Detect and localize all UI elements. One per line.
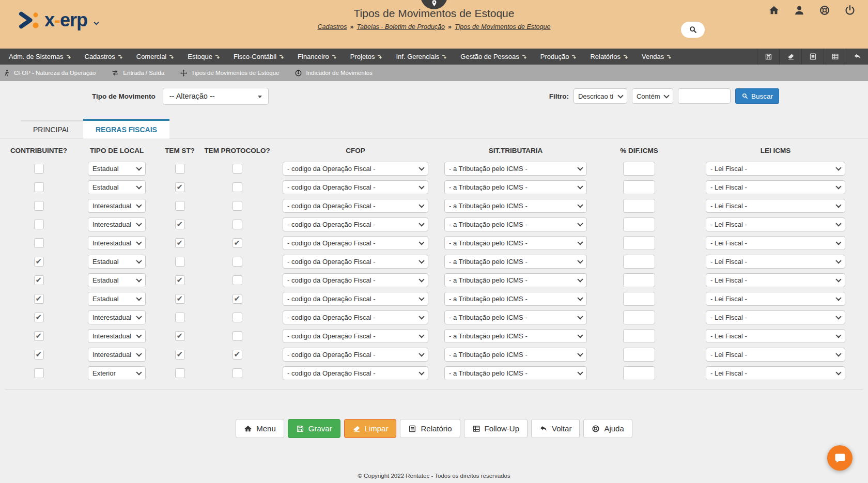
filter-field-select[interactable]: Descricao ti: [574, 88, 627, 104]
contribuinte-checkbox[interactable]: [34, 220, 44, 229]
tipo-de-local-select[interactable]: Estadual: [88, 273, 146, 287]
sit-tributaria-select[interactable]: - a Tributação pelo ICMS -: [444, 199, 587, 213]
dif-icms-input[interactable]: [623, 162, 655, 176]
tem-protocolo-checkbox[interactable]: [233, 294, 242, 304]
home-icon[interactable]: [768, 5, 780, 16]
tem-st-checkbox[interactable]: [175, 220, 185, 229]
cfop-select[interactable]: - codigo da Operação Fiscal -: [283, 255, 428, 269]
lei-icms-select[interactable]: - Lei Fiscal -: [706, 310, 845, 324]
tem-protocolo-checkbox[interactable]: [233, 331, 242, 341]
tab-principal[interactable]: PRINCIPAL: [21, 120, 83, 138]
relatorio-button[interactable]: Relatório: [400, 419, 460, 438]
cfop-select[interactable]: - codigo da Operação Fiscal -: [283, 329, 428, 343]
dif-icms-input[interactable]: [623, 292, 655, 306]
dif-icms-input[interactable]: [623, 180, 655, 194]
cfop-select[interactable]: - codigo da Operação Fiscal -: [283, 199, 428, 213]
search-button[interactable]: [681, 22, 705, 38]
contribuinte-checkbox[interactable]: [34, 201, 44, 211]
tem-st-checkbox[interactable]: [175, 257, 185, 267]
menubar-item-relatorios[interactable]: Relatórios: [583, 49, 635, 65]
menubar-item-gestao-de-pessoas[interactable]: Gestão de Pessoas: [454, 49, 533, 65]
tipo-movimento-select[interactable]: -- Alteração --: [163, 88, 269, 105]
contribuinte-checkbox[interactable]: [34, 182, 44, 192]
tem-protocolo-checkbox[interactable]: [233, 257, 242, 267]
lei-icms-select[interactable]: - Lei Fiscal -: [706, 199, 845, 213]
tipo-de-local-select[interactable]: Exterior: [88, 366, 146, 380]
follow-up-button[interactable]: Follow-Up: [464, 419, 528, 438]
menubar-tool-table-icon[interactable]: [824, 49, 846, 65]
tem-st-checkbox[interactable]: [175, 238, 185, 248]
tab-regras-fiscais[interactable]: REGRAS FISCAIS: [83, 119, 169, 138]
contribuinte-checkbox[interactable]: [34, 238, 44, 248]
lei-icms-select[interactable]: - Lei Fiscal -: [706, 162, 845, 176]
sit-tributaria-select[interactable]: - a Tributação pelo ICMS -: [444, 162, 587, 176]
menubar-item-inf-gerenciais[interactable]: Inf. Gerenciais: [389, 49, 454, 65]
sit-tributaria-select[interactable]: - a Tributação pelo ICMS -: [444, 366, 587, 380]
cfop-select[interactable]: - codigo da Operação Fiscal -: [283, 292, 428, 306]
subnav-item-cfop-natureza-da-operacao[interactable]: CFOP - Natureza da Operação: [3, 69, 96, 77]
contribuinte-checkbox[interactable]: [34, 368, 44, 378]
tipo-de-local-select[interactable]: Estadual: [88, 180, 146, 194]
menubar-item-cadastros[interactable]: Cadastros: [78, 49, 130, 65]
lei-icms-select[interactable]: - Lei Fiscal -: [706, 273, 845, 287]
breadcrumb-link-tabelas-boletim-de-producao[interactable]: Tabelas - Boletim de Produção: [357, 23, 445, 30]
tem-protocolo-checkbox[interactable]: [233, 164, 242, 174]
gravar-button[interactable]: Gravar: [288, 419, 340, 438]
tipo-de-local-select[interactable]: Estadual: [88, 162, 146, 176]
menubar-item-adm-de-sistemas[interactable]: Adm. de Sistemas: [2, 49, 78, 65]
dif-icms-input[interactable]: [623, 310, 655, 324]
tem-protocolo-checkbox[interactable]: [233, 201, 242, 211]
tem-st-checkbox[interactable]: [175, 275, 185, 285]
menubar-tool-undo-icon[interactable]: [846, 49, 868, 65]
lei-icms-select[interactable]: - Lei Fiscal -: [706, 292, 845, 306]
cfop-select[interactable]: - codigo da Operação Fiscal -: [283, 348, 428, 362]
menubar-item-financeiro[interactable]: Financeiro: [291, 49, 344, 65]
sit-tributaria-select[interactable]: - a Tributação pelo ICMS -: [444, 273, 587, 287]
dif-icms-input[interactable]: [623, 217, 655, 231]
tipo-de-local-select[interactable]: Interestadual: [88, 310, 146, 324]
contribuinte-checkbox[interactable]: [34, 164, 44, 174]
tem-protocolo-checkbox[interactable]: [233, 238, 242, 248]
filter-operator-select[interactable]: Contém: [632, 88, 673, 104]
tem-protocolo-checkbox[interactable]: [233, 275, 242, 285]
tem-st-checkbox[interactable]: [175, 294, 185, 304]
tipo-de-local-select[interactable]: Interestadual: [88, 199, 146, 213]
dif-icms-input[interactable]: [623, 366, 655, 380]
sit-tributaria-select[interactable]: - a Tributação pelo ICMS -: [444, 236, 587, 250]
lei-icms-select[interactable]: - Lei Fiscal -: [706, 217, 845, 231]
cfop-select[interactable]: - codigo da Operação Fiscal -: [283, 180, 428, 194]
sit-tributaria-select[interactable]: - a Tributação pelo ICMS -: [444, 329, 587, 343]
cfop-select[interactable]: - codigo da Operação Fiscal -: [283, 273, 428, 287]
lei-icms-select[interactable]: - Lei Fiscal -: [706, 348, 845, 362]
contribuinte-checkbox[interactable]: [34, 331, 44, 341]
contribuinte-checkbox[interactable]: [34, 275, 44, 285]
tem-protocolo-checkbox[interactable]: [233, 313, 242, 322]
lei-icms-select[interactable]: - Lei Fiscal -: [706, 255, 845, 269]
tipo-de-local-select[interactable]: Interestadual: [88, 236, 146, 250]
sit-tributaria-select[interactable]: - a Tributação pelo ICMS -: [444, 217, 587, 231]
tipo-de-local-select[interactable]: Interestadual: [88, 348, 146, 362]
lei-icms-select[interactable]: - Lei Fiscal -: [706, 180, 845, 194]
menubar-item-projetos[interactable]: Projetos: [344, 49, 390, 65]
sit-tributaria-select[interactable]: - a Tributação pelo ICMS -: [444, 310, 587, 324]
filter-search-input[interactable]: [678, 88, 731, 104]
lei-icms-select[interactable]: - Lei Fiscal -: [706, 236, 845, 250]
lei-icms-select[interactable]: - Lei Fiscal -: [706, 366, 845, 380]
ajuda-button[interactable]: Ajuda: [583, 419, 632, 438]
subnav-item-entrada-saida[interactable]: Entrada / Saída: [111, 69, 164, 76]
tem-st-checkbox[interactable]: [175, 201, 185, 211]
power-icon[interactable]: [844, 5, 856, 16]
tem-st-checkbox[interactable]: [175, 164, 185, 174]
contribuinte-checkbox[interactable]: [34, 350, 44, 360]
dif-icms-input[interactable]: [623, 273, 655, 287]
menubar-tool-report-icon[interactable]: [801, 49, 824, 65]
sit-tributaria-select[interactable]: - a Tributação pelo ICMS -: [444, 180, 587, 194]
menubar-item-comercial[interactable]: Comercial: [130, 49, 181, 65]
cfop-select[interactable]: - codigo da Operação Fiscal -: [283, 310, 428, 324]
tipo-de-local-select[interactable]: Estadual: [88, 255, 146, 269]
contribuinte-checkbox[interactable]: [34, 313, 44, 322]
breadcrumb-link-tipos-de-movimentos-de-estoque[interactable]: Tipos de Movimentos de Estoque: [455, 23, 550, 30]
buscar-button[interactable]: Buscar: [735, 88, 779, 104]
tem-protocolo-checkbox[interactable]: [233, 220, 242, 229]
tem-st-checkbox[interactable]: [175, 368, 185, 378]
